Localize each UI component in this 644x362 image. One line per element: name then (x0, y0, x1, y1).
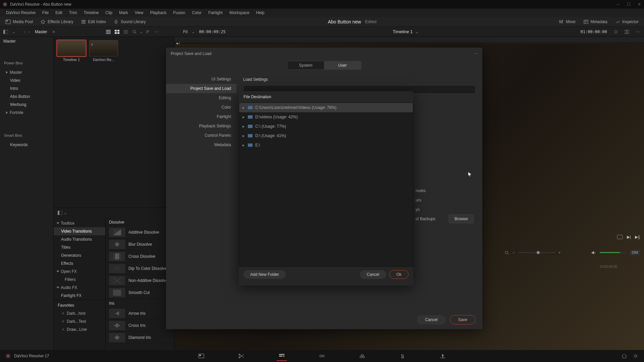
settings-save-button[interactable]: Save (450, 315, 476, 324)
menu-help[interactable]: Help (253, 9, 268, 17)
tab-user[interactable]: User (324, 61, 361, 70)
fx-audio-transitions[interactable]: Audio Transitions (54, 235, 105, 243)
settings-gear-icon[interactable] (633, 353, 639, 359)
fd-row-4[interactable]: ▸ E:\ (239, 140, 413, 150)
settings-cancel-button[interactable]: Cancel (417, 315, 445, 324)
more-options-icon[interactable]: ⋯ (634, 28, 641, 36)
side-ui-settings[interactable]: UI Settings (166, 74, 236, 84)
zoom-out-icon[interactable]: − (513, 250, 515, 255)
side-project-save[interactable]: Project Save and Load (166, 84, 236, 93)
panel-layout-icon[interactable] (2, 28, 9, 36)
fx-cross-dissolve[interactable]: Cross Dissolve (106, 251, 174, 263)
timecode-right[interactable]: 01:00:00:00 (579, 29, 609, 34)
tab-media[interactable] (196, 351, 206, 361)
timecode-left[interactable]: 00:00:09:25 (197, 29, 227, 34)
fx-additive-dissolve[interactable]: Additive Dissolve (106, 227, 174, 239)
power-bin-master[interactable]: Master (0, 68, 53, 76)
loop-playback-icon[interactable] (617, 235, 623, 239)
fx-blur-dissolve[interactable]: Blur Dissolve (106, 239, 174, 251)
side-control-panels[interactable]: Control Panels (166, 131, 236, 140)
menu-workspace[interactable]: Workspace (226, 9, 253, 17)
play-end-icon[interactable]: ▶|| (635, 235, 640, 239)
fd-row-3[interactable]: ▸ D:\ (Usage: 41%) (239, 131, 413, 140)
effects-library-toggle[interactable]: Effects Library (37, 17, 76, 26)
zoom-slider[interactable] (518, 252, 555, 253)
settings-more-icon[interactable]: ⋯ (474, 51, 478, 56)
side-metadata[interactable]: Metadata (166, 140, 236, 149)
fd-row-0[interactable]: ▸ C:\Users\Lizenznehmer\Videos (Usage: 7… (239, 103, 413, 112)
loop-icon[interactable] (612, 28, 620, 36)
fx-dip-dissolve[interactable]: Dip To Color Dissolve (106, 263, 174, 275)
browse-button[interactable]: Browse (449, 215, 474, 223)
volume-slider[interactable] (600, 252, 627, 253)
filedest-ok-button[interactable]: Ok (389, 270, 409, 279)
filedest-cancel-button[interactable]: Cancel (360, 270, 386, 279)
side-color[interactable]: Color (166, 103, 236, 112)
fd-row-2[interactable]: ▸ C:\ (Usage: 77%) (239, 122, 413, 131)
zoom-fit[interactable]: Fit (181, 29, 190, 34)
fx-video-transitions[interactable]: Video Transitions (54, 227, 105, 235)
tab-fusion[interactable] (317, 351, 327, 361)
thumb-timeline1[interactable]: Timeline 1 (57, 40, 86, 62)
home-icon[interactable] (621, 353, 627, 359)
media-pool-toggle[interactable]: Media Pool (2, 17, 36, 26)
strip-view-icon[interactable] (122, 28, 129, 36)
fav-item-0[interactable]: ★Dark...hird (54, 309, 105, 317)
menu-davinci[interactable]: DaVinci Resolve (3, 9, 39, 17)
thumb-view-icon[interactable] (113, 28, 121, 36)
fx-generators[interactable]: Generators (54, 251, 105, 259)
chevron-down-icon[interactable]: ⌄ (12, 29, 15, 34)
fav-item-1[interactable]: ★Dark...Text (54, 317, 105, 325)
nav-back-icon[interactable]: ‹ (24, 29, 25, 34)
list-view-icon[interactable] (105, 28, 112, 36)
side-fairlight[interactable]: Fairlight (166, 112, 236, 121)
zoom-in-icon[interactable]: + (558, 250, 561, 255)
tab-deliver[interactable] (438, 351, 448, 361)
fx-arrow-iris[interactable]: Arrow Iris (106, 308, 174, 320)
side-playback[interactable]: Playback Settings (166, 121, 236, 131)
nav-fwd-icon[interactable]: › (28, 29, 30, 34)
fx-cross-iris[interactable]: Cross Iris (106, 320, 174, 332)
fav-item-2[interactable]: ★Draw...Line (54, 325, 105, 334)
fx-panel-icon[interactable] (56, 209, 64, 217)
tab-edit[interactable] (277, 351, 287, 361)
fx-toolbox[interactable]: Toolbox (54, 219, 105, 227)
fx-nonadditive-dissolve[interactable]: Non-Additive Dissolve (106, 275, 174, 287)
menu-trim[interactable]: Trim (66, 9, 80, 17)
power-bin-werbung[interactable]: Werbung (0, 101, 53, 109)
search-icon[interactable] (131, 28, 138, 36)
sound-library-toggle[interactable]: Sound Library (110, 17, 149, 26)
fx-smooth-cut[interactable]: Smooth Cut (106, 287, 174, 299)
power-bin-abobutton[interactable]: Abo Button (0, 93, 53, 101)
dual-viewer-icon[interactable] (623, 28, 631, 36)
sort-icon[interactable] (144, 28, 152, 36)
inspector-toggle[interactable]: Inspector (611, 17, 642, 26)
filmstrip[interactable] (174, 37, 644, 42)
menu-view[interactable]: View (131, 9, 147, 17)
menu-fusion[interactable]: Fusion (170, 9, 189, 17)
edit-index-toggle[interactable]: Edit Index (77, 17, 109, 26)
menu-fairlight[interactable]: Fairlight (205, 9, 226, 17)
fx-titles[interactable]: Titles (54, 243, 105, 251)
more-icon[interactable]: ⋯ (153, 28, 160, 36)
fx-filters[interactable]: Filters (54, 276, 105, 284)
minimize-button[interactable]: ─ (616, 2, 620, 6)
menu-playback[interactable]: Playback (147, 9, 170, 17)
power-bin-fortnite[interactable]: Fortnite (0, 109, 53, 117)
power-bin-intro[interactable]: Intro (0, 84, 53, 93)
speaker-icon[interactable] (591, 250, 596, 255)
timeline-name[interactable]: Timeline 1 (393, 29, 413, 34)
add-folder-button[interactable]: Add New Folder (244, 270, 286, 279)
fx-openfx[interactable]: Open FX (54, 267, 105, 276)
zoom-icon[interactable] (504, 250, 509, 255)
play-next-icon[interactable]: ▶| (627, 235, 631, 239)
tab-cut[interactable] (236, 351, 247, 361)
menu-clip[interactable]: Clip (102, 9, 116, 17)
smart-bin-keywords[interactable]: Keywords (0, 141, 53, 149)
metadata-toggle[interactable]: Metadata (580, 17, 611, 26)
fx-effects[interactable]: Effects (54, 259, 105, 267)
close-button[interactable]: ✕ (637, 2, 641, 6)
fx-diamond-iris[interactable]: Diamond Iris (106, 332, 174, 344)
side-editing[interactable]: Editing (166, 93, 236, 103)
fx-audiofx[interactable]: Audio FX (54, 284, 105, 292)
